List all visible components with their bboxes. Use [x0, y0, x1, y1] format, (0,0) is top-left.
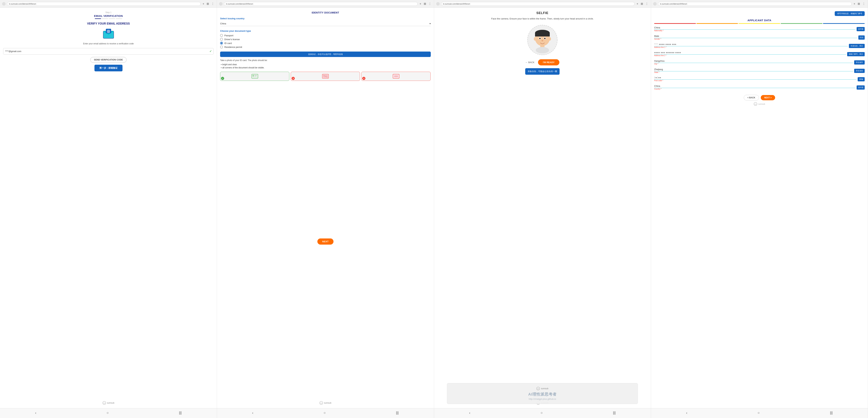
country-label: Country * [654, 88, 856, 90]
nav-back-btn-4[interactable]: ‹ [683, 410, 690, 416]
radio-inner-id [221, 42, 222, 44]
nav-apps-btn-4[interactable]: ||| [827, 410, 836, 416]
browser-url-4[interactable]: in.sumsub.com/idensic/l/#/bnsv\ [658, 2, 852, 6]
sumsub-logo: SS sumsub [102, 401, 115, 405]
city-tag-btn[interactable]: 所在城市 [854, 60, 865, 64]
bullet-2: • all corners of the document should be … [221, 66, 431, 69]
postcode-tag-btn[interactable]: 邮编 [858, 77, 865, 81]
next-button-identity[interactable]: NEXT [317, 238, 334, 245]
browser-url-1[interactable]: in.sumsub.com/idensic/l/#/bnsv\ [7, 2, 201, 6]
watermark-url: http://chatgpt-plus.github.io [452, 398, 633, 400]
nav-home-btn-1[interactable]: ○ [104, 410, 112, 416]
browser-plus-btn-3[interactable]: + [636, 2, 639, 5]
browser-home-icon[interactable] [2, 2, 6, 6]
browser-menu-btn-3[interactable]: ⋮ [645, 2, 649, 5]
browser-home-icon-4[interactable] [653, 2, 657, 6]
browser-plus-btn-2[interactable]: + [419, 2, 422, 5]
radio-drivers-license[interactable]: Driver's license [220, 38, 431, 41]
radio-passport[interactable]: Passport [220, 34, 431, 37]
browser-bar-1: in.sumsub.com/idensic/l/#/bnsv\ + ⊞ ⋮ [0, 0, 217, 8]
browser-menu-btn-2[interactable]: ⋮ [428, 2, 432, 5]
selfie-back-button[interactable]: ← BACK [525, 61, 534, 64]
nav-apps-btn-1[interactable]: ||| [176, 410, 185, 416]
applicant-back-button[interactable]: < BACK [744, 95, 759, 100]
gender-field-row: Male Gender * 性别 [654, 35, 865, 40]
nationality-select-btn[interactable]: 选中国 [857, 27, 865, 31]
nav-apps-btn-2[interactable]: ||| [393, 410, 402, 416]
state-tag-btn[interactable]: 所在省份 [854, 69, 865, 73]
selfie-face-illustration [527, 24, 558, 56]
sumsub-logo-4: SS sumsub [754, 102, 765, 106]
verify-title: VERIFY YOUR EMAIL ADDRESS [87, 22, 130, 25]
nav-back-btn-1[interactable]: ‹ [32, 410, 39, 416]
browser-home-icon-2[interactable] [219, 2, 223, 6]
breadcrumb-button[interactable]: 填写详细信息，精确到门牌号 [835, 11, 865, 16]
email-input[interactable] [5, 50, 210, 53]
radio-circle-drivers [220, 38, 223, 41]
state-field: Zhejiang State * 所在省份 [654, 68, 865, 75]
browser-menu-btn-4[interactable]: ⋮ [862, 2, 866, 5]
browser-url-3[interactable]: in.sumsub.com/idensic/l/#/bnsv\ [441, 2, 635, 6]
browser-bar-2: in.sumsub.com/idensic/l/#/bnsv\ + ⊞ ⋮ [217, 0, 434, 8]
doc-type-label: Choose your document type [220, 30, 431, 32]
address2-tag-btn[interactable]: 楼栋门牌号，英文 [847, 52, 865, 56]
doc-example-good: ✓ [220, 72, 289, 81]
address1-tag-btn[interactable]: 街道信息，英文 [849, 44, 865, 48]
panel-email-verification: in.sumsub.com/idensic/l/#/bnsv\ + ⊞ ⋮ St… [0, 0, 217, 418]
email-input-row: ✓ [3, 48, 214, 55]
bullet-list: • bright and clear. • all corners of the… [220, 63, 431, 69]
country-select-btn[interactable]: 选中国 [857, 85, 865, 90]
watermark-logo-label: sumsub [541, 387, 548, 390]
sumsub-label-2: sumsub [324, 402, 331, 404]
radio-id-card[interactable]: ID card [220, 42, 431, 44]
browser-url-2[interactable]: in.sumsub.com/idensic/l/#/bnsv\ [224, 2, 417, 6]
svg-rect-13 [252, 77, 257, 78]
nationality-field-row: China Nationality * 选中国 [654, 26, 865, 32]
selfie-ready-button[interactable]: I'M READY [538, 59, 560, 65]
browser-plus-btn[interactable]: + [202, 2, 205, 5]
email-icon [102, 28, 115, 39]
selfie-action-row: ← BACK I'M READY [525, 59, 560, 65]
face-svg [527, 24, 558, 56]
nav-home-btn-4[interactable]: ○ [755, 410, 763, 416]
selfie-desc: Face the camera. Ensure your face is wit… [491, 17, 594, 21]
browser-tabs-btn-2[interactable]: ⊞ [423, 2, 427, 5]
postcode-value: 3■3■■ [654, 77, 857, 80]
svg-point-30 [534, 37, 536, 41]
send-verification-code-button[interactable]: SEND VERIFICATION CODE [90, 57, 127, 63]
gender-select-btn[interactable]: 性别 [858, 35, 865, 40]
selfie-panel-content: SELFIE Face the camera. Ensure your face… [434, 8, 651, 408]
ap-seg-3 [739, 23, 780, 24]
radio-circle-id [220, 42, 223, 44]
postcode-field: 3■3■■ Post code * 邮编 [654, 77, 865, 83]
city-field: Hangzhou City * 所在城市 [654, 60, 865, 66]
bottom-nav-4: ‹ ○ ||| [651, 408, 868, 418]
city-field-row: Hangzhou City * 所在城市 [654, 60, 865, 65]
browser-menu-btn[interactable]: ⋮ [211, 2, 215, 5]
country-value: China [220, 22, 226, 25]
radio-residence[interactable]: Residence permit [220, 46, 431, 49]
country-select[interactable]: China ▾ [220, 21, 431, 26]
nav-home-btn-2[interactable]: ○ [321, 410, 329, 416]
nav-home-btn-3[interactable]: ○ [538, 410, 546, 416]
ap-seg-2 [696, 23, 738, 24]
nationality-field: China Nationality * 选中国 [654, 26, 865, 33]
progress-bar [3, 19, 214, 19]
nav-apps-btn-3[interactable]: ||| [610, 410, 619, 416]
progress-seg-1 [95, 19, 101, 19]
browser-home-icon-3[interactable] [436, 2, 440, 6]
browser-tabs-btn-3[interactable]: ⊞ [640, 2, 644, 5]
bottom-nav-1: ‹ ○ ||| [0, 408, 217, 418]
bullet-1: • bright and clear. [221, 63, 431, 66]
city-value-group: Hangzhou City * [654, 60, 853, 65]
nav-back-btn-2[interactable]: ‹ [249, 410, 256, 416]
nav-back-btn-3[interactable]: ‹ [466, 410, 473, 416]
step-one-button[interactable]: 第一步：邮箱验证 [94, 65, 123, 71]
bullet-text-1: bright and clear. [222, 63, 237, 66]
browser-tabs-btn[interactable]: ⊞ [206, 2, 210, 5]
applicant-progress [654, 23, 865, 24]
watermark-text: AI理性派思考者 [452, 392, 633, 397]
browser-plus-btn-4[interactable]: + [853, 2, 856, 5]
applicant-next-button[interactable]: NEXT > [761, 95, 775, 100]
browser-tabs-btn-4[interactable]: ⊞ [857, 2, 861, 5]
